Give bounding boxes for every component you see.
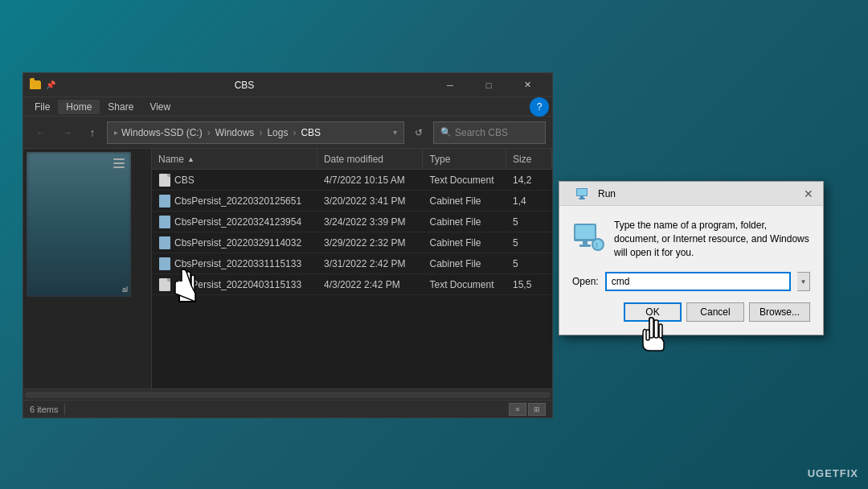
file-type: Cabinet File (423, 195, 506, 207)
file-name: CBS (152, 174, 317, 187)
svg-rect-9 (575, 225, 595, 239)
run-dialog: Run ✕ ! Type the name of a program, fold… (559, 181, 824, 335)
breadcrumb-logs: Logs (267, 127, 288, 138)
svg-rect-11 (579, 244, 591, 247)
file-date: 4/7/2022 10:15 AM (317, 175, 423, 186)
col-header-size[interactable]: Size (506, 149, 552, 169)
table-row[interactable]: CbsPersist_20220320125651 3/20/2022 3:41… (152, 191, 552, 212)
run-input-row: Open: ▼ (572, 272, 810, 291)
run-logo: ! (572, 219, 604, 251)
sort-icon: ▲ (187, 155, 194, 163)
help-button[interactable]: ? (530, 97, 549, 117)
menu-home[interactable]: Home (58, 100, 100, 114)
breadcrumb-drive: Windows-SSD (C:) (121, 127, 203, 138)
search-placeholder: Search CBS (455, 127, 508, 138)
svg-rect-10 (583, 241, 588, 244)
run-content: ! Type the name of a program, folder, do… (572, 219, 810, 259)
scroll-track[interactable] (25, 392, 551, 398)
view-details-button[interactable]: ≡ (509, 403, 526, 416)
col-header-type[interactable]: Type (423, 149, 506, 169)
watermark: UGETFIX (808, 467, 858, 479)
view-large-button[interactable]: ⊞ (528, 403, 546, 416)
scrollbar-horizontal[interactable] (23, 388, 552, 400)
run-browse-button[interactable]: Browse... (749, 302, 810, 322)
file-list: Name ▲ Date modified Type Size CBS 4/7/2… (152, 149, 552, 388)
file-name: CbsPersist_20220329114032 (152, 236, 317, 249)
file-type: Text Document (423, 279, 506, 290)
menu-view[interactable]: View (141, 100, 178, 114)
run-input-field[interactable] (605, 272, 791, 291)
file-name: CbsPersist_20220331115133 (152, 257, 317, 270)
file-date: 4/3/2022 2:42 PM (317, 279, 423, 290)
run-title-text: Run (598, 188, 800, 199)
explorer-window: 📌 CBS ─ □ ✕ File Home Share View ? ← → ↑… (23, 72, 553, 418)
run-cancel-button[interactable]: Cancel (686, 302, 744, 322)
search-box[interactable]: 🔍 Search CBS (433, 121, 546, 144)
table-row[interactable]: CBS 4/7/2022 10:15 AM Text Document 14,2 (152, 170, 552, 191)
status-divider (64, 404, 65, 415)
file-type: Text Document (423, 175, 506, 186)
file-type-icon (158, 278, 171, 291)
address-bar[interactable]: ▸ Windows-SSD (C:) › Windows › Logs › CB… (107, 121, 404, 144)
file-date: 3/29/2022 2:32 PM (317, 237, 423, 249)
close-button[interactable]: ✕ (509, 73, 546, 97)
file-type-icon (158, 174, 171, 187)
run-close-button[interactable]: ✕ (800, 186, 817, 202)
table-row[interactable]: CbsPersist_20220324123954 3/24/2022 3:39… (152, 212, 552, 232)
svg-rect-7 (579, 198, 585, 199)
file-name: CbsPersist_20220403115133 (152, 278, 317, 291)
explorer-body: al Name ▲ Date modified Type Size (23, 149, 552, 388)
file-date: 3/31/2022 2:42 PM (317, 258, 423, 269)
file-list-header: Name ▲ Date modified Type Size (152, 149, 552, 170)
up-button[interactable]: ↑ (81, 121, 104, 144)
file-type-icon (158, 257, 171, 270)
file-size: 15,5 (506, 279, 552, 290)
table-row[interactable]: CbsPersist_20220329114032 3/29/2022 2:32… (152, 232, 552, 253)
file-type: Cabinet File (423, 237, 506, 249)
back-button[interactable]: ← (30, 121, 52, 144)
status-bar: 6 items ≡ ⊞ (23, 400, 552, 417)
table-row[interactable]: CbsPersist_20220403115133 4/3/2022 2:42 … (152, 274, 552, 295)
breadcrumb-windows: Windows (215, 127, 255, 138)
col-header-date[interactable]: Date modified (317, 149, 423, 169)
file-size: 5 (506, 237, 552, 249)
maximize-button[interactable]: □ (470, 73, 507, 97)
file-type-icon (158, 236, 171, 249)
file-size: 1,4 (506, 195, 552, 207)
menu-file[interactable]: File (27, 100, 58, 114)
sidebar-label: al (122, 286, 128, 294)
toolbar: ← → ↑ ▸ Windows-SSD (C:) › Windows › Log… (23, 117, 552, 149)
folder-title-icon (30, 80, 41, 89)
run-buttons: OK Cancel Browse... (572, 302, 810, 322)
file-type-icon (158, 216, 171, 228)
col-header-name[interactable]: Name ▲ (152, 149, 317, 169)
file-type: Cabinet File (423, 216, 506, 228)
sidebar: al (23, 149, 152, 388)
title-bar-icons: 📌 (30, 79, 57, 92)
title-bar: 📌 CBS ─ □ ✕ (23, 73, 552, 97)
run-dropdown-arrow[interactable]: ▼ (797, 272, 810, 291)
table-row[interactable]: CbsPersist_20220331115133 3/31/2022 2:42… (152, 253, 552, 274)
svg-text:!: ! (596, 241, 598, 249)
view-buttons: ≡ ⊞ (509, 403, 546, 416)
run-open-label: Open: (572, 276, 599, 287)
minimize-button[interactable]: ─ (432, 73, 469, 97)
file-size: 14,2 (506, 175, 552, 186)
svg-point-13 (593, 240, 603, 249)
file-type-icon (158, 195, 171, 208)
file-date: 3/20/2022 3:41 PM (317, 195, 423, 207)
run-ok-button[interactable]: OK (624, 302, 682, 322)
svg-rect-5 (577, 189, 587, 195)
file-date: 3/24/2022 3:39 PM (317, 216, 423, 228)
file-name: CbsPersist_20220324123954 (152, 216, 317, 228)
refresh-button[interactable]: ↺ (407, 121, 430, 144)
file-rows: CBS 4/7/2022 10:15 AM Text Document 14,2… (152, 170, 552, 295)
run-title-bar: Run ✕ (559, 182, 823, 206)
sidebar-thumbnail: al (27, 152, 131, 297)
sidebar-blur-bg (27, 152, 131, 297)
menu-share[interactable]: Share (100, 100, 141, 114)
forward-button[interactable]: → (55, 121, 78, 144)
run-title-icon (566, 178, 598, 210)
status-items: 6 items (30, 405, 58, 414)
window-title: CBS (62, 80, 427, 91)
